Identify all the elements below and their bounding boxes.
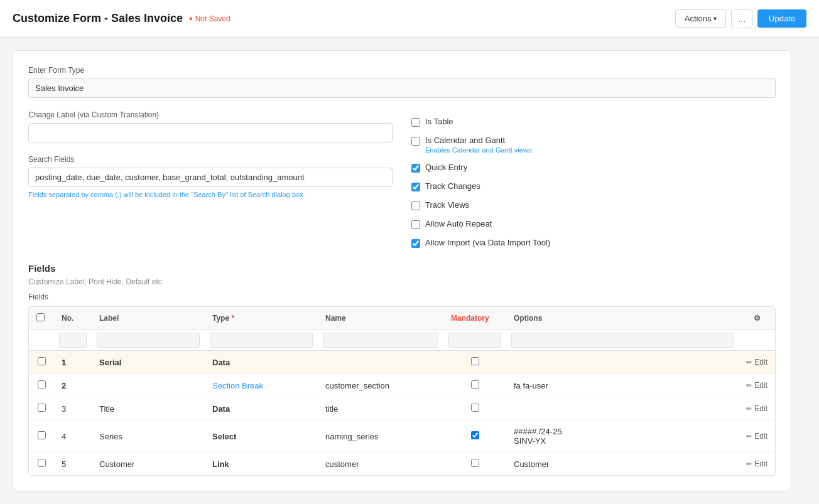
row5-edit-button[interactable]: ✏ Edit (746, 459, 767, 468)
row3-checkbox[interactable] (38, 404, 46, 412)
filter-name-input[interactable] (323, 333, 438, 348)
row5-type: Link (205, 453, 318, 476)
table-row: 5 Customer Link customer Customer ✏ (29, 453, 775, 476)
checkbox-track-changes: Track Changes (411, 181, 776, 191)
row5-mandatory-cell (443, 453, 506, 476)
row4-checkbox[interactable] (38, 431, 46, 439)
row2-mandatory-cell (443, 374, 506, 397)
row3-no: 3 (54, 397, 92, 421)
checkbox-is-calendar: Is Calendar and Gantt Enables Calendar a… (411, 136, 776, 154)
row3-edit-cell: ✏ Edit (739, 397, 775, 421)
actions-button[interactable]: Actions ▾ (675, 9, 727, 28)
form-type-label: Enter Form Type (28, 66, 776, 75)
row1-edit-label: Edit (754, 358, 767, 367)
checkbox-is-table: Is Table (411, 117, 776, 127)
search-fields-label: Search Fields (28, 155, 393, 164)
dots-label: ... (738, 14, 746, 24)
row5-mandatory-checkbox[interactable] (471, 459, 479, 467)
form-type-group: Enter Form Type (28, 66, 776, 98)
is-calendar-checkbox[interactable] (411, 137, 420, 146)
quick-entry-checkbox[interactable] (411, 164, 420, 173)
row4-mandatory-checkbox[interactable] (471, 431, 479, 439)
row3-mandatory-checkbox[interactable] (471, 404, 479, 412)
pencil-icon: ✏ (746, 358, 752, 367)
row2-no: 2 (54, 374, 92, 397)
pencil-icon: ✏ (746, 382, 752, 390)
row5-edit-label: Edit (754, 459, 767, 468)
row4-no: 4 (54, 421, 92, 453)
track-views-label: Track Views (425, 200, 469, 210)
col-mandatory: Mandatory (443, 307, 506, 330)
col-label: Label (92, 307, 205, 330)
row1-mandatory-checkbox[interactable] (471, 357, 479, 365)
allow-auto-repeat-checkbox[interactable] (411, 220, 420, 229)
fields-table-wrapper: No. Label Type * Name Mandatory Options … (28, 306, 776, 476)
row3-options (506, 397, 739, 421)
row1-mandatory-cell (443, 351, 506, 374)
row4-label: Series (92, 421, 205, 453)
row2-edit-label: Edit (754, 381, 767, 390)
is-calendar-label: Is Calendar and Gantt (425, 136, 505, 145)
row2-options: fa fa-user (506, 374, 739, 397)
row5-checkbox[interactable] (38, 459, 46, 467)
more-options-button[interactable]: ... (731, 9, 752, 28)
table-row: 2 Section Break customer_section fa fa-u… (29, 374, 775, 397)
row2-mandatory-checkbox[interactable] (471, 380, 479, 389)
pencil-icon: ✏ (746, 405, 752, 413)
filter-mandatory-cell (443, 330, 506, 351)
search-fields-hint: Fields separated by comma (,) will be in… (28, 191, 393, 198)
row3-edit-button[interactable]: ✏ Edit (746, 404, 767, 413)
checkbox-track-views: Track Views (411, 200, 776, 210)
is-table-label: Is Table (425, 117, 453, 126)
change-label-input[interactable] (28, 123, 393, 142)
row2-checkbox-cell (29, 374, 54, 397)
row2-checkbox[interactable] (38, 380, 46, 389)
checkbox-allow-auto-repeat: Allow Auto Repeat (411, 219, 776, 229)
row2-name: customer_section (318, 374, 443, 397)
row3-label: Title (92, 397, 205, 421)
filter-label-input[interactable] (97, 333, 200, 348)
row2-type[interactable]: Section Break (205, 374, 318, 397)
search-fields-input[interactable] (28, 168, 393, 187)
filter-mandatory-input[interactable] (448, 333, 501, 348)
row4-edit-button[interactable]: ✏ Edit (746, 432, 767, 441)
filter-type-input[interactable] (210, 333, 313, 348)
track-views-checkbox[interactable] (411, 201, 420, 210)
track-changes-checkbox[interactable] (411, 183, 420, 191)
filter-options-input[interactable] (511, 333, 734, 348)
fields-table: No. Label Type * Name Mandatory Options … (29, 307, 775, 475)
table-row: 4 Series Select naming_series #####./24-… (29, 421, 775, 453)
col-options: Options (506, 307, 739, 330)
not-saved-badge: Not Saved (189, 13, 231, 24)
row3-edit-label: Edit (754, 404, 767, 413)
fields-section: Fields Customize Label, Print Hide, Defa… (28, 263, 776, 476)
row1-edit-button[interactable]: ✏ Edit (746, 358, 767, 367)
change-label-label: Change Label (via Custom Translation) (28, 110, 393, 119)
row1-checkbox[interactable] (38, 357, 46, 365)
filter-options-cell (506, 330, 739, 351)
row5-name: customer (318, 453, 443, 476)
col-type: Type * (205, 307, 318, 330)
row3-checkbox-cell (29, 397, 54, 421)
checkbox-allow-import: Allow Import (via Data Import Tool) (411, 238, 776, 248)
is-table-checkbox[interactable] (411, 118, 420, 127)
left-column: Change Label (via Custom Translation) Se… (28, 110, 393, 257)
row2-edit-button[interactable]: ✏ Edit (746, 381, 767, 390)
filter-no-input[interactable] (59, 333, 87, 348)
col-name: Name (318, 307, 443, 330)
main-content: Enter Form Type Change Label (via Custom… (0, 38, 804, 504)
type-required-star: * (231, 314, 234, 323)
row5-options: Customer (506, 453, 739, 476)
filter-checkbox-cell (29, 330, 54, 351)
table-row: 1 Serial Data ✏ Edit (29, 351, 775, 374)
filter-no-cell (54, 330, 92, 351)
gear-icon[interactable]: ⚙ (754, 314, 761, 323)
allow-import-checkbox[interactable] (411, 239, 420, 248)
row1-edit-cell: ✏ Edit (739, 351, 775, 374)
row1-label: Serial (92, 351, 205, 374)
checkboxes-section: Is Table Is Calendar and Gantt Enables C… (411, 110, 776, 257)
form-type-input[interactable] (28, 78, 776, 98)
row5-no: 5 (54, 453, 92, 476)
select-all-checkbox[interactable] (36, 313, 45, 321)
update-button[interactable]: Update (757, 9, 806, 28)
